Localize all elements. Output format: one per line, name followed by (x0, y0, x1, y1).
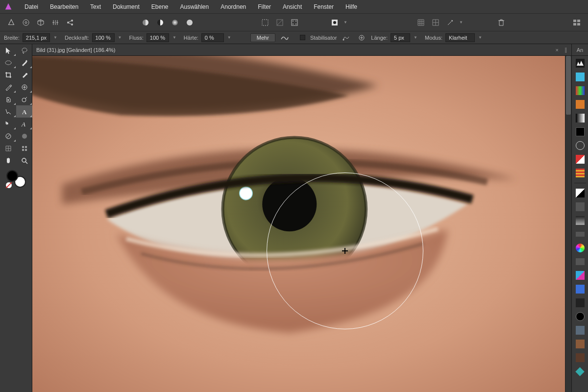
node-tool[interactable] (0, 118, 16, 130)
swatch-dark-icon[interactable] (575, 297, 586, 308)
menu-fenster[interactable]: Fenster (308, 0, 340, 14)
menu-anordnen[interactable]: Anordnen (215, 0, 252, 14)
menu-bearbeiten[interactable]: Bearbeiten (44, 0, 84, 14)
trash-icon[interactable] (495, 16, 508, 29)
swatch-black-icon[interactable] (575, 126, 586, 137)
document-tab[interactable]: Bild (31).jpg [Geändert] (186.4%) (36, 47, 553, 53)
diamond-icon[interactable] (575, 366, 586, 377)
paintbrush-tool[interactable] (16, 56, 32, 69)
chevron-down-icon[interactable]: ▼ (459, 20, 464, 24)
blend-solid-icon[interactable] (183, 16, 196, 29)
swatch-red-diag-icon[interactable] (575, 154, 586, 165)
artistic-text-tool[interactable]: A (16, 118, 32, 130)
opacity-field[interactable]: 100 % (92, 33, 115, 42)
quickmask-icon[interactable] (328, 16, 341, 29)
crop-tool[interactable] (0, 69, 16, 81)
move-tool[interactable] (0, 44, 16, 56)
chevron-down-icon[interactable]: ▼ (343, 20, 348, 24)
chevron-down-icon[interactable]: ▼ (172, 35, 177, 40)
width-field[interactable]: 215,1 px (23, 33, 50, 42)
pattern-tool[interactable] (16, 142, 32, 154)
app-logo[interactable] (3, 1, 14, 12)
pencil-tool[interactable] (0, 81, 16, 93)
menu-auswählen[interactable]: Auswählen (174, 0, 215, 14)
swatch-grey-icon[interactable] (575, 201, 586, 212)
swatch-bw-diag-icon[interactable] (575, 188, 586, 198)
grid3-icon[interactable] (415, 16, 427, 29)
circle-black-icon[interactable] (575, 311, 586, 322)
swatch-mix-icon[interactable] (575, 270, 586, 281)
eyedropper-tool[interactable] (16, 69, 32, 81)
dodge-tool[interactable] (16, 93, 32, 105)
circle-outline-icon[interactable] (575, 140, 586, 151)
circle-target-icon[interactable] (20, 16, 32, 29)
swatch-stripes-icon[interactable] (575, 168, 586, 178)
flow-field[interactable]: 100 % (147, 33, 169, 42)
marquee-dots-icon[interactable] (288, 16, 301, 29)
swatch-steel-icon[interactable] (575, 325, 586, 336)
app-logo-secondary-icon[interactable] (5, 16, 18, 29)
vertical-scrollbar[interactable] (565, 56, 571, 392)
blend-soft-icon[interactable] (169, 16, 181, 29)
panels-toggle-icon[interactable] (570, 16, 583, 29)
brush-stroke-icon[interactable] (278, 31, 291, 44)
share-icon[interactable] (64, 16, 76, 29)
marquee-ellipse-tool[interactable] (0, 56, 16, 69)
swatch-grad-bw-icon[interactable] (575, 113, 586, 123)
fg-color-swatch[interactable] (6, 170, 18, 182)
more-button[interactable]: Mehr (250, 33, 275, 42)
blur-tool[interactable] (16, 130, 32, 142)
zoom-tool[interactable] (16, 154, 32, 167)
menu-ansicht[interactable]: Ansicht (277, 0, 308, 14)
stabilizer-checkbox[interactable] (300, 35, 305, 40)
menu-dokument[interactable]: Dokument (107, 0, 146, 14)
swatch-brown-icon[interactable] (575, 352, 586, 363)
menu-text[interactable]: Text (84, 0, 107, 14)
mirror-icon[interactable] (49, 16, 62, 29)
chevron-down-icon[interactable]: ▼ (413, 35, 418, 40)
healing-tool[interactable] (16, 81, 32, 93)
mesh-tool[interactable] (0, 142, 16, 154)
chevron-down-icon[interactable]: ▼ (227, 35, 232, 40)
slider-group-icon[interactable] (575, 256, 586, 267)
menu-datei[interactable]: Datei (19, 0, 44, 14)
close-icon[interactable]: × (553, 47, 562, 53)
chevron-down-icon[interactable]: ▼ (478, 35, 483, 40)
circle-rgb-icon[interactable] (575, 243, 586, 253)
lasso-tool[interactable] (16, 44, 32, 56)
slider-icon[interactable] (575, 229, 586, 240)
clone-tool[interactable] (0, 93, 16, 105)
length-field[interactable]: 5 px (391, 33, 410, 42)
grid2-icon[interactable] (429, 16, 442, 29)
cube-icon[interactable] (34, 16, 47, 29)
no-color-icon[interactable] (5, 182, 12, 189)
text-tool[interactable]: A (16, 105, 32, 118)
chevron-down-icon[interactable]: ▼ (118, 35, 122, 40)
marquee-rect-icon[interactable] (259, 16, 271, 29)
swatch-orange-icon[interactable] (575, 99, 586, 110)
color-swatch[interactable] (0, 167, 32, 191)
rope-mode-icon[interactable] (340, 31, 352, 44)
swatch-copper-icon[interactable] (575, 339, 586, 349)
marquee-diag-icon[interactable] (273, 16, 286, 29)
menu-filter[interactable]: Filter (252, 0, 277, 14)
window-mode-icon[interactable] (355, 31, 368, 44)
right-tab[interactable]: An (577, 47, 583, 53)
chevron-down-icon[interactable]: ▼ (53, 35, 58, 40)
menu-hilfe[interactable]: Hilfe (340, 0, 363, 14)
menu-ebene[interactable]: Ebene (146, 0, 174, 14)
swatch-cyan-icon[interactable] (575, 72, 586, 82)
pen-arrow-tool[interactable] (0, 105, 16, 118)
mode-field[interactable]: Klarheit (445, 33, 475, 42)
canvas[interactable] (32, 56, 571, 392)
swatch-blue-note-icon[interactable] (575, 284, 586, 294)
swatch-grad-grey-icon[interactable] (575, 215, 586, 226)
histogram-icon[interactable] (575, 58, 586, 69)
blend-halfmoon-icon[interactable] (139, 16, 152, 29)
gradient-tool[interactable] (0, 130, 16, 142)
swatch-rgb-icon[interactable] (575, 85, 586, 96)
blend-contrast-icon[interactable] (154, 16, 167, 29)
wand-icon[interactable] (444, 16, 457, 29)
hardness-field[interactable]: 0 % (201, 33, 224, 42)
hand-tool[interactable] (0, 154, 16, 167)
